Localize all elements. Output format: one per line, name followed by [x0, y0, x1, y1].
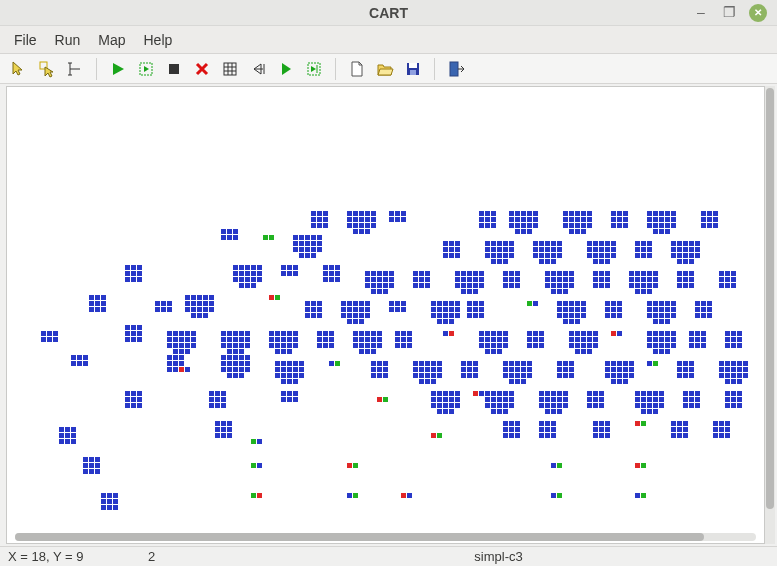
grid-cell — [575, 211, 580, 216]
step-right-icon[interactable] — [273, 57, 299, 81]
grid-cell — [563, 307, 568, 312]
stop-icon[interactable] — [161, 57, 187, 81]
grid-cell — [683, 361, 688, 366]
grid-cell — [701, 307, 706, 312]
grid-cell — [551, 421, 556, 426]
grid-cell — [611, 247, 616, 252]
grid-cell — [653, 307, 658, 312]
grid-cell — [95, 301, 100, 306]
grid-cell — [443, 409, 448, 414]
grid-cell — [557, 493, 562, 498]
grid-cell — [545, 271, 550, 276]
grid-cell — [737, 391, 742, 396]
grid-cell — [125, 337, 130, 342]
grid-cell — [593, 241, 598, 246]
grid-cell — [389, 307, 394, 312]
grid-cell — [209, 403, 214, 408]
status-coords: X = 18, Y = 9 — [0, 549, 140, 564]
grid-cell — [449, 241, 454, 246]
grid-cell — [731, 391, 736, 396]
grid-cell — [113, 493, 118, 498]
maximize-icon[interactable]: ❐ — [721, 4, 737, 20]
menu-run[interactable]: Run — [47, 28, 89, 52]
grid-cell — [71, 361, 76, 366]
grid-cell — [497, 343, 502, 348]
grid-cell — [623, 373, 628, 378]
save-icon[interactable] — [400, 57, 426, 81]
grid-cell — [359, 223, 364, 228]
horizontal-scroll-thumb[interactable] — [15, 533, 704, 541]
grid-cell — [653, 301, 658, 306]
grid-cell — [545, 427, 550, 432]
grid-cell — [155, 301, 160, 306]
horizontal-scrollbar[interactable] — [15, 533, 756, 541]
grid-cell — [695, 331, 700, 336]
grid-cell — [587, 241, 592, 246]
grid-cell — [599, 433, 604, 438]
grid-cell — [725, 283, 730, 288]
new-icon[interactable] — [344, 57, 370, 81]
grid-cell — [659, 403, 664, 408]
vertical-scrollbar[interactable] — [765, 86, 775, 544]
grid-cell — [569, 313, 574, 318]
grid-cell — [209, 301, 214, 306]
measure-icon[interactable] — [62, 57, 88, 81]
workspace — [0, 84, 777, 546]
grid-cell — [491, 391, 496, 396]
grid-cell — [479, 217, 484, 222]
map-canvas[interactable] — [7, 87, 764, 529]
grid-cell — [377, 337, 382, 342]
grid-cell — [53, 337, 58, 342]
grid-cell — [275, 337, 280, 342]
grid-cell — [293, 373, 298, 378]
grid-cell — [647, 307, 652, 312]
grid-cell — [245, 283, 250, 288]
step-end-icon[interactable] — [301, 57, 327, 81]
grid-cell — [533, 253, 538, 258]
close-icon[interactable]: ✕ — [749, 4, 767, 22]
grid-cell — [677, 283, 682, 288]
grid-cell — [365, 331, 370, 336]
exit-icon[interactable] — [443, 57, 469, 81]
grid-cell — [725, 367, 730, 372]
grid-cell — [545, 403, 550, 408]
grid-cell — [167, 331, 172, 336]
grid-cell — [137, 265, 142, 270]
grid-cell — [581, 217, 586, 222]
grid-cell — [251, 463, 256, 468]
grid-cell — [725, 277, 730, 282]
grid-cell — [635, 277, 640, 282]
menu-help[interactable]: Help — [135, 28, 180, 52]
grid-cell — [455, 277, 460, 282]
menu-map[interactable]: Map — [90, 28, 133, 52]
grid-cell — [677, 259, 682, 264]
play-icon[interactable] — [105, 57, 131, 81]
grid-cell — [593, 253, 598, 258]
grid-cell — [431, 301, 436, 306]
grid-cell — [659, 349, 664, 354]
select-icon[interactable] — [34, 57, 60, 81]
grid-cell — [653, 403, 658, 408]
grid-cell — [347, 493, 352, 498]
grid-cell — [239, 277, 244, 282]
minimize-icon[interactable]: – — [693, 4, 709, 20]
grid-cell — [59, 427, 64, 432]
step-left-icon[interactable] — [245, 57, 271, 81]
grid-cell — [593, 337, 598, 342]
open-icon[interactable] — [372, 57, 398, 81]
grid-icon[interactable] — [217, 57, 243, 81]
menu-file[interactable]: File — [6, 28, 45, 52]
delete-icon[interactable] — [189, 57, 215, 81]
vertical-scroll-thumb[interactable] — [766, 88, 774, 509]
grid-cell — [575, 229, 580, 234]
grid-cell — [587, 391, 592, 396]
pointer-icon[interactable] — [6, 57, 32, 81]
grid-cell — [383, 271, 388, 276]
grid-cell — [167, 343, 172, 348]
grid-cell — [515, 271, 520, 276]
grid-cell — [407, 343, 412, 348]
grid-cell — [641, 403, 646, 408]
grid-cell — [365, 271, 370, 276]
grid-cell — [635, 283, 640, 288]
step-icon[interactable] — [133, 57, 159, 81]
